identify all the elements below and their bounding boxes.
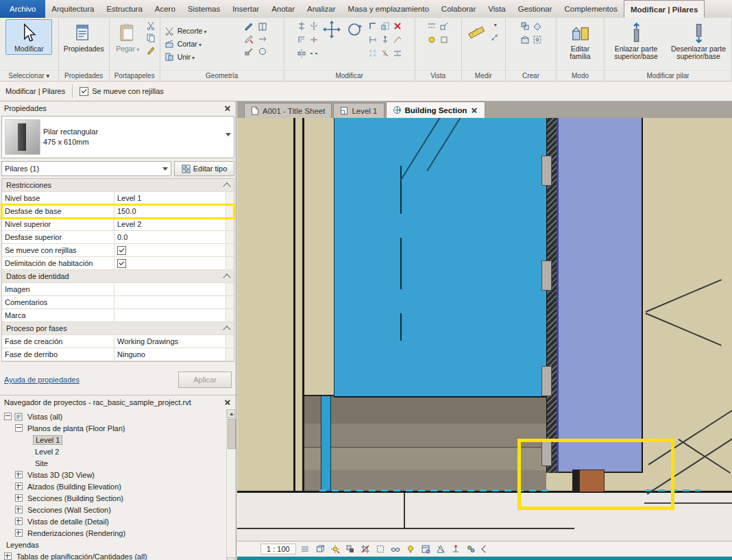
- tree-item-secciones-wall[interactable]: Secciones (Wall Section): [0, 504, 236, 515]
- medir-regla-icon[interactable]: [466, 19, 487, 40]
- alinear-icon[interactable]: [295, 20, 307, 32]
- group-label-geometria[interactable]: Geometría: [160, 70, 284, 81]
- tab-gestionar[interactable]: Gestionar: [512, 0, 559, 18]
- montaje-icon[interactable]: [519, 34, 530, 45]
- property-value[interactable]: [114, 283, 225, 295]
- quitar-pintura-icon[interactable]: [243, 33, 255, 45]
- opciones-geometria-icon[interactable]: [257, 45, 269, 57]
- property-value[interactable]: [114, 296, 225, 308]
- collapse-chevron-icon[interactable]: [223, 326, 230, 333]
- expander-plus-icon[interactable]: [15, 529, 23, 537]
- desenlazar-parte-button[interactable]: Desenlazar parte superior/base: [668, 19, 729, 62]
- scroll-up-icon[interactable]: [227, 409, 235, 418]
- checkbox-checked-icon[interactable]: [80, 87, 88, 96]
- tree-item-level-2[interactable]: Level 2: [0, 446, 236, 457]
- crear-similar-icon[interactable]: [519, 20, 530, 32]
- tab-anotar[interactable]: Anotar: [265, 0, 301, 18]
- row-fase-de-derribo[interactable]: Fase de derribo Ninguno: [2, 348, 234, 361]
- tab-masa-y-emplazamiento[interactable]: Masa y emplazamiento: [342, 0, 435, 18]
- group-label-medir[interactable]: Medir: [462, 70, 505, 81]
- visual-style-icon[interactable]: [314, 544, 326, 555]
- tree-item-vistas-all[interactable]: Vistas (all): [0, 411, 236, 422]
- checkbox-checked-icon[interactable]: [117, 259, 126, 268]
- collapse-chevron-icon[interactable]: [223, 273, 230, 281]
- pieza-icon[interactable]: [531, 20, 543, 32]
- simetria-eje-icon[interactable]: [295, 47, 307, 59]
- row-imagen[interactable]: Imagen: [2, 283, 234, 296]
- checkbox-checked-icon[interactable]: [117, 246, 126, 255]
- recorte-button[interactable]: Recorte: [162, 25, 208, 38]
- desplazar-elementos-icon[interactable]: [439, 20, 450, 32]
- sun-path-icon[interactable]: [329, 544, 341, 555]
- tree-item-secciones-building[interactable]: Secciones (Building Section): [0, 492, 236, 504]
- lineas-ocultas-icon[interactable]: [426, 20, 438, 32]
- tab-sistemas[interactable]: Sistemas: [182, 0, 226, 18]
- dividir-con-hueco-icon[interactable]: [308, 47, 319, 59]
- edit-type-button[interactable]: Editar tipo: [174, 161, 234, 176]
- tree-item-level-1[interactable]: Level 1: [0, 434, 236, 446]
- tab-analizar[interactable]: Analizar: [301, 0, 342, 18]
- restablecer-vista-icon[interactable]: [439, 34, 450, 45]
- row-nivel-base[interactable]: Nivel base Level 1: [2, 192, 234, 205]
- cambiar-orden-union-icon[interactable]: [257, 33, 269, 45]
- view-tab-level-1[interactable]: Level 1: [333, 103, 384, 118]
- view-tab-building-section[interactable]: Building Section: [386, 101, 486, 118]
- expander-plus-icon[interactable]: [15, 483, 23, 490]
- demoler-icon[interactable]: [243, 45, 255, 57]
- reveal-constraints-icon[interactable]: [450, 544, 462, 555]
- project-browser-header[interactable]: Navegador de proyectos - rac_basic_sampl…: [0, 395, 236, 409]
- expander-minus-icon[interactable]: [15, 424, 23, 432]
- tab-archivo[interactable]: Archivo: [0, 0, 45, 18]
- escala-icon[interactable]: [379, 20, 391, 32]
- editar-familia-button[interactable]: Editar familia: [559, 19, 602, 62]
- group-label-vista[interactable]: Vista: [415, 70, 461, 81]
- tab-modificar-pilares[interactable]: Modificar | Pilares: [624, 0, 705, 19]
- rotar-icon[interactable]: [344, 19, 365, 40]
- mover-icon[interactable]: [321, 19, 342, 40]
- tree-item-renderizaciones[interactable]: Renderizaciones (Rendering): [0, 527, 236, 539]
- unir-button[interactable]: Unir: [162, 51, 196, 64]
- type-selector-dropdown-icon[interactable]: [225, 133, 231, 136]
- property-value[interactable]: 0.0: [114, 231, 225, 243]
- row-nivel-superior[interactable]: Nivel superior Level 2: [2, 218, 234, 231]
- copiar-al-portapapeles-icon[interactable]: [145, 32, 156, 43]
- cota-alineada-icon[interactable]: [489, 32, 500, 43]
- properties-help-link[interactable]: Ayuda de propiedades: [4, 376, 80, 384]
- expander-plus-icon[interactable]: [15, 506, 23, 513]
- collapse-chevron-icon[interactable]: [223, 182, 230, 190]
- medir-desplegable-icon[interactable]: [489, 19, 500, 31]
- group-label-modificar[interactable]: Modificar: [284, 70, 415, 81]
- type-selector[interactable]: Pilar rectangular 475 x 610mm: [1, 116, 234, 158]
- row-fase-de-creacion[interactable]: Fase de creación Working Drawings: [2, 335, 234, 348]
- enlazar-parte-button[interactable]: Enlazar parte superior/base: [607, 19, 666, 62]
- tree-item-site[interactable]: Site: [0, 457, 236, 469]
- section-restricciones[interactable]: Restricciones: [2, 179, 234, 192]
- row-desfase-superior[interactable]: Desfase superior 0.0: [2, 231, 234, 244]
- expander-plus-icon[interactable]: [15, 494, 23, 502]
- tab-insertar[interactable]: Insertar: [226, 0, 265, 18]
- hide-analytical-model-icon[interactable]: [435, 544, 447, 555]
- temporary-hide-isolate-icon[interactable]: [389, 544, 402, 555]
- pintar-icon[interactable]: [243, 21, 255, 32]
- apply-button[interactable]: Aplicar: [178, 372, 232, 388]
- tab-estructura[interactable]: Estructura: [100, 0, 148, 18]
- scale-button[interactable]: 1 : 100: [260, 544, 296, 555]
- property-value[interactable]: Level 2: [114, 218, 225, 230]
- tree-item-vistas-de-detalle[interactable]: Vistas de detalle (Detail): [0, 515, 236, 527]
- view-tab-a001-title-sheet[interactable]: A001 - Title Sheet: [244, 103, 332, 118]
- group-label-propiedades[interactable]: Propiedades: [59, 70, 109, 81]
- group-label-modo[interactable]: Modo: [557, 70, 604, 81]
- mostrar-lineas-ocultas-icon[interactable]: [426, 34, 438, 45]
- element-filter-combo[interactable]: Pilares (1): [1, 161, 171, 176]
- recortar-extender-icon[interactable]: [367, 34, 378, 45]
- property-value[interactable]: Working Drawings: [114, 335, 225, 348]
- igualar-tipo-icon[interactable]: [391, 34, 403, 45]
- recortar-esquina-icon[interactable]: [367, 20, 378, 32]
- tree-item-alzados[interactable]: Alzados (Building Elevation): [0, 480, 236, 492]
- scroll-down-icon[interactable]: [227, 557, 235, 560]
- row-marca[interactable]: Marca: [2, 309, 234, 322]
- tree-item-leyendas[interactable]: Leyendas: [0, 539, 236, 550]
- reveal-hidden-elements-icon[interactable]: [404, 544, 417, 555]
- group-label-modificar-pilar[interactable]: Modificar pilar: [605, 70, 731, 81]
- worksharing-display-icon[interactable]: [465, 544, 477, 555]
